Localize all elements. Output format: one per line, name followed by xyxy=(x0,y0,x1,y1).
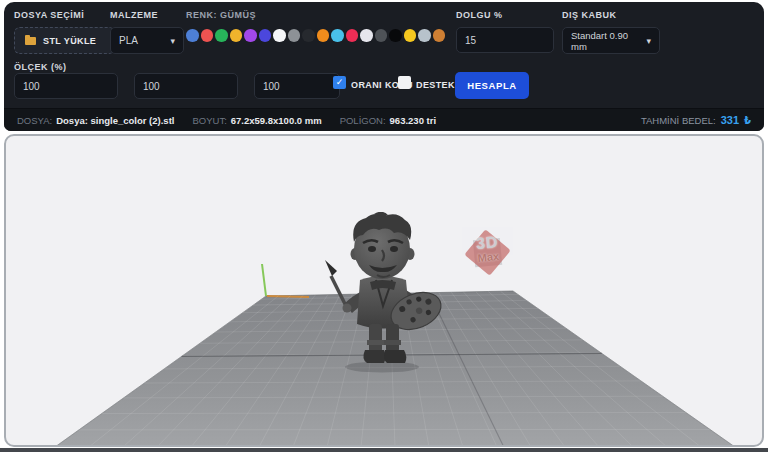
color-swatch-11[interactable] xyxy=(346,29,359,42)
file-select-label: DOSYA SEÇİMİ xyxy=(14,10,115,20)
material-group: MALZEME PLA ▾ xyxy=(110,10,184,54)
settings-panel: DOSYA SEÇİMİ STL YÜKLE MALZEME PLA ▾ REN… xyxy=(4,2,764,131)
check-icon: ✓ xyxy=(336,78,344,87)
shell-select[interactable]: Standart 0.90 mm ▾ xyxy=(562,27,660,54)
status-polygon-value: 963.230 tri xyxy=(390,115,436,126)
status-left: DOSYA: Dosya: single_color (2).stl BOYUT… xyxy=(17,115,436,126)
viewport-3d[interactable]: 3D Max xyxy=(4,134,764,447)
color-swatch-6[interactable] xyxy=(273,29,286,42)
status-polygon: POLİGON: 963.230 tri xyxy=(340,115,436,126)
stl-upload-label: STL YÜKLE xyxy=(43,36,96,46)
scale-label: ÖLÇEK (%) xyxy=(14,62,67,72)
status-file-value: Dosya: single_color (2).stl xyxy=(56,115,174,126)
color-swatch-14[interactable] xyxy=(389,29,402,42)
watermark-logo: 3D Max xyxy=(458,226,518,279)
status-file-label: DOSYA: xyxy=(17,115,52,126)
scale-y-input[interactable] xyxy=(134,73,238,99)
model-figure xyxy=(322,212,446,374)
folder-icon xyxy=(25,37,36,45)
scale-z-input[interactable] xyxy=(254,73,340,99)
color-swatch-9[interactable] xyxy=(317,29,330,42)
shell-label: DIŞ KABUK xyxy=(562,10,660,20)
color-swatch-4[interactable] xyxy=(244,29,257,42)
status-polygon-label: POLİGON: xyxy=(340,115,386,126)
color-group: RENK: GÜMÜŞ xyxy=(186,10,445,42)
infill-input[interactable] xyxy=(456,27,554,53)
scale-x-input[interactable] xyxy=(14,73,118,99)
file-select-group: DOSYA SEÇİMİ STL YÜKLE xyxy=(14,10,115,54)
status-size-label: BOYUT: xyxy=(192,115,226,126)
paintbrush xyxy=(331,276,347,308)
color-swatch-3[interactable] xyxy=(230,29,243,42)
color-swatch-15[interactable] xyxy=(404,29,417,42)
calculate-button[interactable]: HESAPLA xyxy=(455,72,529,99)
color-swatch-0[interactable] xyxy=(186,29,199,42)
page: DOSYA SEÇİMİ STL YÜKLE MALZEME PLA ▾ REN… xyxy=(0,0,768,452)
color-swatch-7[interactable] xyxy=(288,29,301,42)
color-label: RENK: GÜMÜŞ xyxy=(186,10,445,20)
shell-select-value: Standart 0.90 mm xyxy=(571,30,640,52)
material-select[interactable]: PLA ▾ xyxy=(110,27,184,54)
color-swatch-10[interactable] xyxy=(331,29,344,42)
color-swatch-1[interactable] xyxy=(201,29,214,42)
shell-group: DIŞ KABUK Standart 0.90 mm ▾ xyxy=(562,10,660,54)
color-swatch-12[interactable] xyxy=(360,29,373,42)
scale-inputs xyxy=(14,73,340,99)
infill-label: DOLGU % xyxy=(456,10,554,20)
status-file: DOSYA: Dosya: single_color (2).stl xyxy=(17,115,174,126)
chevron-down-icon: ▾ xyxy=(170,36,175,46)
support-label: DESTEK xyxy=(416,80,455,90)
color-swatch-17[interactable] xyxy=(433,29,446,42)
material-select-value: PLA xyxy=(119,35,138,46)
lira-icon: ₺ xyxy=(744,115,751,126)
model-shadow xyxy=(345,362,419,373)
z-axis-line xyxy=(262,264,266,296)
color-swatch-5[interactable] xyxy=(259,29,272,42)
infill-group: DOLGU % xyxy=(456,10,554,53)
estimate: TAHMİNİ BEDEL: 331 ₺ xyxy=(641,114,751,126)
bottom-edge-strip xyxy=(0,448,768,452)
status-bar: DOSYA: Dosya: single_color (2).stl BOYUT… xyxy=(4,108,764,131)
estimate-value: 331 xyxy=(721,114,739,126)
keep-ratio-checkbox[interactable]: ✓ xyxy=(333,76,346,89)
material-label: MALZEME xyxy=(110,10,184,20)
support-checkbox[interactable]: ✓ xyxy=(398,76,411,89)
status-size: BOYUT: 67.2x59.8x100.0 mm xyxy=(192,115,321,126)
color-swatch-2[interactable] xyxy=(215,29,228,42)
support-row: ✓ DESTEK xyxy=(398,76,455,90)
color-swatch-8[interactable] xyxy=(302,29,315,42)
color-swatch-13[interactable] xyxy=(375,29,388,42)
color-swatch-list xyxy=(186,29,445,42)
status-size-value: 67.2x59.8x100.0 mm xyxy=(231,115,322,126)
chevron-down-icon: ▾ xyxy=(646,36,651,46)
color-swatch-16[interactable] xyxy=(418,29,431,42)
stl-upload-button[interactable]: STL YÜKLE xyxy=(14,27,115,54)
estimate-label: TAHMİNİ BEDEL: xyxy=(641,115,716,126)
